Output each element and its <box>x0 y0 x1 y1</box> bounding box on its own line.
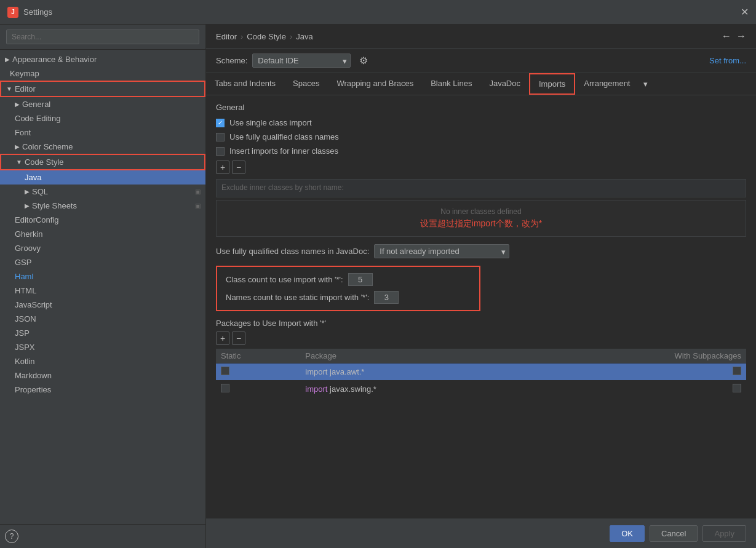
packages-label: Packages to Use Import with '*' <box>216 319 746 328</box>
package-name: java.awt.* <box>330 367 364 376</box>
expand-arrow: ▼ <box>6 85 12 92</box>
sidebar-item-style-sheets[interactable]: ▶ Style Sheets ▣ <box>0 199 205 213</box>
sidebar-label: SQL <box>32 187 48 196</box>
remove-exclude-button[interactable]: − <box>232 161 245 174</box>
sidebar-item-javascript[interactable]: JavaScript <box>0 298 205 312</box>
back-button[interactable]: ← <box>722 31 731 42</box>
table-row[interactable]: import javax.swing.* <box>216 381 746 398</box>
sidebar-label: Style Sheets <box>32 201 77 210</box>
sidebar-item-editorconfig[interactable]: EditorConfig <box>0 213 205 227</box>
checkbox-label-single: Use single class import <box>229 118 312 127</box>
breadcrumb-java: Java <box>296 32 312 41</box>
content-panel: Editor › Code Style › Java ← → Scheme: D… <box>206 25 756 548</box>
breadcrumb-nav: ← → <box>722 31 746 42</box>
tab-wrapping[interactable]: Wrapping and Braces <box>328 74 422 94</box>
sidebar-item-sql[interactable]: ▶ SQL ▣ <box>0 185 205 199</box>
class-count-input[interactable] <box>348 273 373 286</box>
import-count-box: Class count to use import with '*': Name… <box>216 266 480 311</box>
sidebar-item-properties[interactable]: Properties <box>0 383 205 397</box>
sidebar-label: Markdown <box>15 371 52 380</box>
sidebar-item-general[interactable]: ▶ General <box>0 97 205 111</box>
subpackages-checkbox[interactable] <box>733 384 741 392</box>
subpackages-checkbox[interactable] <box>733 367 741 375</box>
checkbox-row-fully: Use fully qualified class names <box>216 132 746 141</box>
sidebar-label: Java <box>25 173 41 182</box>
tab-arrangement[interactable]: Arrangement <box>575 74 639 94</box>
class-count-label: Class count to use import with '*': <box>226 275 343 284</box>
names-count-input[interactable] <box>374 291 399 304</box>
window-title: Settings <box>23 7 52 17</box>
col-static: Static <box>216 349 300 363</box>
scheme-select-wrap: Default IDE <box>252 54 351 68</box>
sidebar-item-color-scheme[interactable]: ▶ Color Scheme <box>0 140 205 154</box>
sidebar-item-jspx[interactable]: JSPX <box>0 340 205 354</box>
scheme-gear-button[interactable]: ⚙ <box>356 54 372 68</box>
tab-javadoc[interactable]: JavaDoc <box>480 74 529 94</box>
sidebar-label: Keymap <box>10 69 39 78</box>
checkbox-fully-qualified[interactable] <box>216 133 225 141</box>
import-keyword: import <box>305 384 330 394</box>
sidebar-label: Gherkin <box>15 229 43 239</box>
ok-button[interactable]: OK <box>610 525 645 542</box>
add-package-button[interactable]: + <box>216 332 229 345</box>
tab-tabs-indents[interactable]: Tabs and Indents <box>206 74 284 94</box>
sidebar-item-gherkin[interactable]: Gherkin <box>0 227 205 241</box>
checkbox-insert-inner[interactable] <box>216 147 225 156</box>
checkbox-row-insert: Insert imports for inner classes <box>216 146 746 156</box>
app-icon: J <box>7 7 18 18</box>
sidebar-label: Properties <box>15 385 51 394</box>
checkbox-label-fully: Use fully qualified class names <box>229 132 339 141</box>
sidebar-item-keymap[interactable]: Keymap <box>0 66 205 81</box>
sidebar-item-font[interactable]: Font <box>0 125 205 140</box>
page-icon: ▣ <box>195 202 201 209</box>
static-checkbox[interactable] <box>221 367 229 375</box>
packages-add-row: + − <box>216 332 746 345</box>
expand-arrow: ▶ <box>15 101 20 108</box>
scheme-select[interactable]: Default IDE <box>252 54 351 68</box>
sidebar-item-java[interactable]: Java <box>0 170 205 185</box>
close-button[interactable]: ✕ <box>741 6 749 18</box>
forward-button[interactable]: → <box>736 31 746 42</box>
tab-more[interactable]: ▾ <box>639 74 653 93</box>
col-with-subpackages: With Subpackages <box>530 349 746 363</box>
scheme-row: Scheme: Default IDE ⚙ Set from... <box>206 49 756 73</box>
sidebar-item-code-style[interactable]: ▼ Code Style <box>0 154 205 170</box>
sidebar-bottom: ? <box>0 524 205 548</box>
cancel-button[interactable]: Cancel <box>650 525 698 542</box>
tab-spaces[interactable]: Spaces <box>284 74 328 94</box>
breadcrumb-editor[interactable]: Editor <box>216 32 237 41</box>
remove-package-button[interactable]: − <box>232 332 245 345</box>
sidebar-item-groovy[interactable]: Groovy <box>0 241 205 255</box>
add-exclude-button[interactable]: + <box>216 161 229 174</box>
breadcrumb-code-style[interactable]: Code Style <box>247 32 286 41</box>
javadoc-select[interactable]: If not already imported Always Never <box>374 244 509 258</box>
tab-imports[interactable]: Imports <box>529 73 575 95</box>
set-from-link[interactable]: Set from... <box>709 56 746 65</box>
sidebar-item-json[interactable]: JSON <box>0 312 205 326</box>
expand-arrow: ▶ <box>15 143 20 150</box>
expand-arrow: ▶ <box>5 56 10 63</box>
sidebar-item-editor[interactable]: ▼ Editor <box>0 81 205 97</box>
apply-button[interactable]: Apply <box>702 525 746 542</box>
static-checkbox[interactable] <box>221 384 229 392</box>
sidebar-item-kotlin[interactable]: Kotlin <box>0 354 205 368</box>
sidebar-item-jsp[interactable]: JSP <box>0 326 205 340</box>
sidebar-item-appearance[interactable]: ▶ Appearance & Behavior <box>0 52 205 66</box>
bottom-bar: OK Cancel Apply <box>206 518 756 548</box>
tab-blank-lines[interactable]: Blank Lines <box>422 74 480 94</box>
help-button[interactable]: ? <box>5 530 18 543</box>
sidebar-item-haml[interactable]: Haml <box>0 269 205 284</box>
content-area: General Use single class import Use full… <box>206 95 756 518</box>
table-row[interactable]: import java.awt.* <box>216 363 746 381</box>
checkbox-single-class[interactable] <box>216 119 225 127</box>
sidebar-item-html[interactable]: HTML <box>0 284 205 298</box>
sidebar-label: Color Scheme <box>22 142 73 151</box>
search-input[interactable] <box>6 30 199 44</box>
sidebar-item-code-editing[interactable]: Code Editing <box>0 111 205 125</box>
inner-classes-area: No inner classes defined 设置超过指定import个数，… <box>216 200 746 237</box>
page-icon: ▣ <box>195 188 201 195</box>
sidebar-label: General <box>22 100 50 109</box>
sidebar-item-gsp[interactable]: GSP <box>0 255 205 269</box>
sidebar-label: Code Editing <box>15 114 60 123</box>
sidebar-item-markdown[interactable]: Markdown <box>0 368 205 383</box>
